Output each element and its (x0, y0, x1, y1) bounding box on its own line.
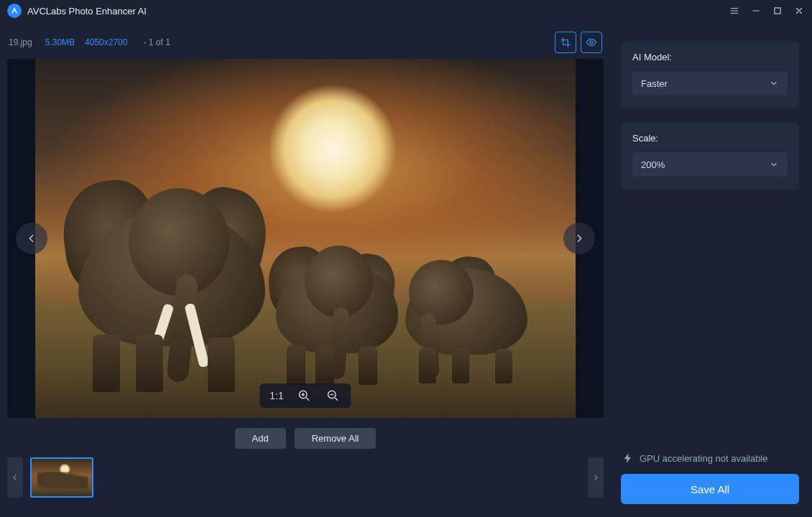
bolt-icon (622, 452, 634, 464)
svg-point-1 (590, 41, 593, 44)
zoom-in-button[interactable] (297, 388, 313, 404)
gpu-status-row: GPU accelerating not available (621, 447, 799, 474)
scale-select[interactable]: 200% (632, 152, 788, 177)
zoom-actual-size[interactable]: 1:1 (269, 390, 283, 401)
zoom-out-button[interactable] (326, 388, 341, 404)
ai-model-panel: AI Model: Faster (621, 42, 799, 108)
image-viewer: 1:1 (7, 59, 604, 418)
zoom-toolbar: 1:1 (259, 383, 351, 408)
thumbnail-prev-button[interactable] (7, 457, 23, 498)
next-image-button[interactable] (563, 223, 595, 254)
ai-model-value: Faster (641, 78, 668, 89)
scale-label: Scale: (632, 133, 788, 144)
save-all-button[interactable]: Save All (621, 474, 799, 504)
settings-sidebar: AI Model: Faster Scale: 200% GPU acceler… (611, 22, 812, 517)
close-button[interactable] (793, 5, 805, 17)
add-button[interactable]: Add (235, 428, 286, 449)
file-size: 5.30MB (45, 37, 75, 47)
maximize-button[interactable] (772, 5, 783, 17)
file-info-row: 19.jpg 5.30MB 4050x2700 - 1 of 1 (7, 29, 604, 59)
minimize-button[interactable] (750, 5, 762, 17)
file-dimensions: 4050x2700 (85, 37, 127, 47)
titlebar: AVCLabs Photo Enhancer AI (0, 0, 812, 22)
thumbnail-strip (7, 457, 604, 505)
file-counter: - 1 of 1 (143, 37, 170, 47)
ai-model-label: AI Model: (632, 52, 788, 62)
preview-button[interactable] (581, 32, 602, 53)
main-area: 19.jpg 5.30MB 4050x2700 - 1 of 1 (0, 22, 611, 517)
remove-all-button[interactable]: Remove All (295, 428, 377, 449)
crop-button[interactable] (555, 32, 576, 53)
thumbnail-item[interactable] (30, 457, 93, 498)
chevron-down-icon (769, 159, 779, 169)
gpu-status-text: GPU accelerating not available (640, 453, 768, 464)
menu-button[interactable] (729, 5, 740, 17)
app-title: AVCLabs Photo Enhancer AI (27, 6, 729, 17)
preview-image (35, 59, 576, 418)
file-name: 19.jpg (9, 37, 32, 47)
chevron-down-icon (769, 78, 779, 88)
ai-model-select[interactable]: Faster (632, 71, 788, 96)
app-logo (7, 4, 22, 18)
action-row: Add Remove All (7, 418, 604, 457)
thumbnail-next-button[interactable] (588, 457, 604, 498)
svg-rect-0 (775, 8, 780, 14)
scale-panel: Scale: 200% (621, 123, 799, 190)
prev-image-button[interactable] (16, 223, 47, 254)
scale-value: 200% (641, 159, 665, 170)
